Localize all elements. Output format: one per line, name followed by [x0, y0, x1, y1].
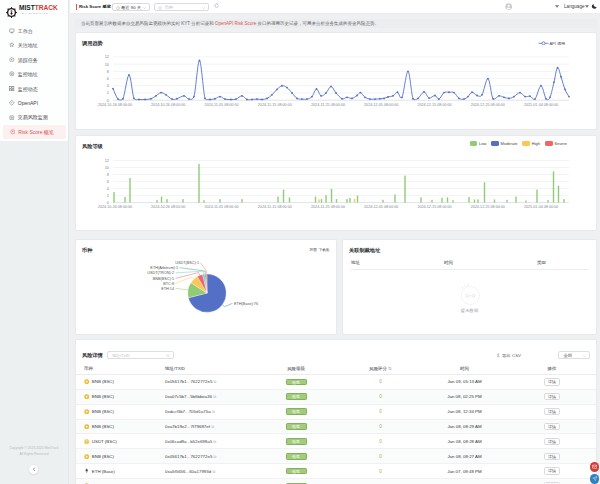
- svg-text:USDT(TRON):2: USDT(TRON):2: [147, 271, 174, 275]
- svg-text:2024-10-26 08:00:00: 2024-10-26 08:00:00: [151, 103, 185, 107]
- svg-text:2024-10-16 08:00:00: 2024-10-16 08:00:00: [98, 103, 132, 107]
- svg-text:2024-10-26 08:00:00: 2024-10-26 08:00:00: [151, 205, 185, 209]
- svg-text:BNB(BSC):5: BNB(BSC):5: [153, 277, 174, 281]
- svg-text:4: 4: [107, 186, 110, 191]
- svg-text:2024-12-05 08:00:00: 2024-12-05 08:00:00: [364, 205, 398, 209]
- svg-text:12: 12: [105, 158, 109, 163]
- svg-text:2024-12-25 08:00:00: 2024-12-25 08:00:00: [471, 205, 505, 209]
- svg-text:4: 4: [107, 83, 110, 88]
- svg-text:2024-11-05 08:00:00: 2024-11-05 08:00:00: [205, 205, 239, 209]
- svg-text:6: 6: [107, 76, 109, 81]
- svg-text:2024-12-15 08:00:00: 2024-12-15 08:00:00: [417, 205, 451, 209]
- svg-text:10: 10: [105, 62, 110, 67]
- svg-text:2024-11-15 08:00:00: 2024-11-15 08:00:00: [258, 103, 292, 107]
- svg-text:8: 8: [107, 172, 109, 177]
- svg-text:8: 8: [107, 69, 109, 74]
- svg-text:ETH(Arbitrum):1: ETH(Arbitrum):1: [150, 266, 178, 270]
- svg-text:2024-12-15 08:00:00: 2024-12-15 08:00:00: [417, 103, 451, 107]
- svg-text:2024-12-25 08:00:00: 2024-12-25 08:00:00: [471, 103, 505, 107]
- svg-text:2024-11-05 08:00:00: 2024-11-05 08:00:00: [205, 103, 239, 107]
- svg-text:USDT(BSC):1: USDT(BSC):1: [175, 261, 199, 265]
- svg-text:10: 10: [105, 165, 110, 170]
- svg-text:ETH:14: ETH:14: [161, 287, 174, 291]
- svg-text:6: 6: [107, 179, 109, 184]
- svg-text:BTC:8: BTC:8: [163, 282, 174, 286]
- svg-text:2024-11-15 08:00:00: 2024-11-15 08:00:00: [258, 205, 292, 209]
- svg-text:2024-11-25 08:00:00: 2024-11-25 08:00:00: [311, 205, 345, 209]
- svg-text:2: 2: [107, 193, 109, 198]
- svg-text:2024-10-16 08:00:00: 2024-10-16 08:00:00: [98, 205, 132, 209]
- svg-text:2: 2: [107, 90, 109, 95]
- svg-text:2025-01-04 08:00:00: 2025-01-04 08:00:00: [524, 205, 558, 209]
- svg-text:ETH(Base):76: ETH(Base):76: [234, 302, 258, 306]
- svg-text:2024-12-05 08:00:00: 2024-12-05 08:00:00: [364, 103, 398, 107]
- svg-text:12: 12: [105, 54, 109, 59]
- svg-text:2025-01-04 08:00:00: 2025-01-04 08:00:00: [524, 103, 558, 107]
- svg-text:2024-11-25 08:00:00: 2024-11-25 08:00:00: [311, 103, 345, 107]
